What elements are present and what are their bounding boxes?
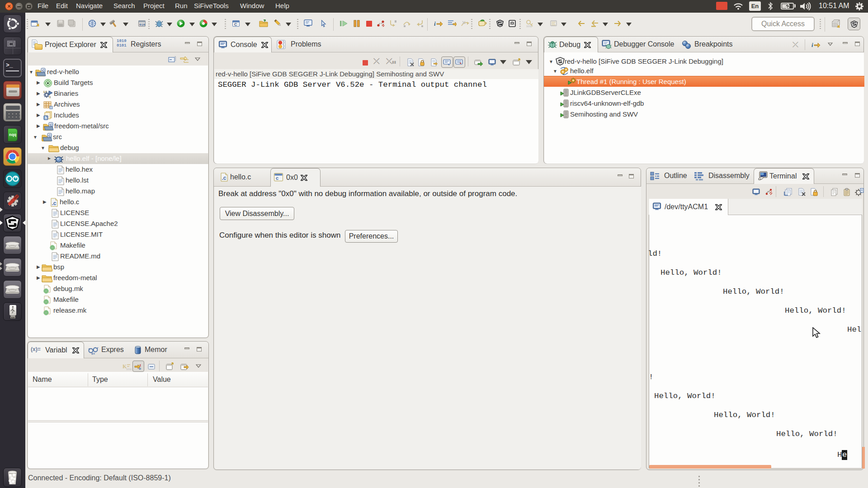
- svg-text:1011: 1011: [126, 368, 132, 371]
- svg-text:b: b: [139, 366, 141, 371]
- svg-text:C: C: [234, 22, 237, 27]
- svg-text:i: i: [434, 20, 436, 27]
- svg-text:x=: x=: [91, 352, 95, 355]
- svg-text:010: 010: [139, 23, 145, 27]
- svg-text:i: i: [811, 42, 813, 48]
- svg-text:c: c: [276, 175, 278, 181]
- svg-text:1011: 1011: [526, 25, 533, 28]
